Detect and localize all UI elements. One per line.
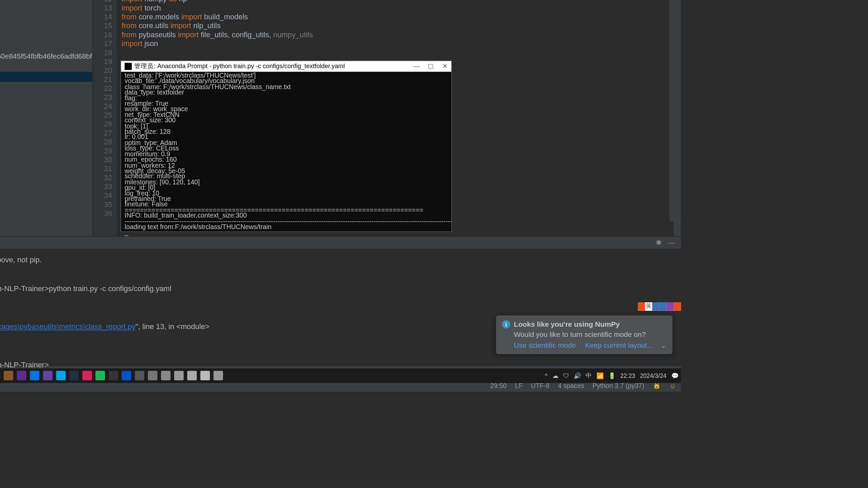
tree-item[interactable]: config_textfolder.yaml — [0, 92, 93, 102]
cmd-output[interactable]: test_data: ['F:/work/strclass/THUCNews/t… — [121, 72, 451, 237]
tree-item[interactable]: events.out.tfevents.1672027642.plx-032f6… — [0, 52, 93, 62]
indent[interactable]: 4 spaces — [558, 382, 584, 389]
taskbar-app-icon[interactable] — [108, 371, 118, 380]
keep-layout-link[interactable]: Keep current layout... — [585, 341, 653, 349]
tree-item[interactable]: 0.8.1 — [0, 143, 93, 153]
taskbar-app-icon[interactable] — [187, 371, 197, 380]
taskbar-app-icon[interactable] — [174, 371, 184, 380]
terminal-settings-icon[interactable]: ✱ — [656, 239, 662, 247]
cmd-maximize-icon[interactable]: ▢ — [428, 64, 434, 69]
taskbar-app-icon[interactable] — [214, 371, 223, 380]
system-tray[interactable]: ^☁🛡🔊中📶🔋 22:23 2024/3/24 💬 — [545, 371, 678, 380]
tree-item[interactable]: ▼work_space — [0, 1, 93, 11]
taskbar-app-icon[interactable] — [82, 371, 92, 380]
line-sep[interactable]: LF — [515, 382, 523, 389]
tree-item[interactable]: latest_model_159_0.8714.pth — [0, 82, 93, 92]
tree-item[interactable]: LICENCE — [0, 183, 93, 193]
scientific-mode-link[interactable]: Use scientific mode — [514, 341, 576, 349]
encoding[interactable]: UTF-8 — [531, 382, 550, 389]
tree-item[interactable]: 1.7.0 — [0, 153, 93, 163]
taskbar-app-icon[interactable] — [56, 371, 65, 380]
tree-item[interactable]: README.md — [0, 193, 93, 203]
tree-item[interactable]: ▼model — [0, 72, 93, 82]
right-tool-strip: Database — [669, 0, 681, 221]
inspect-icon[interactable]: ☺ — [669, 382, 676, 389]
taskbar-app-icon[interactable] — [43, 371, 53, 380]
traceback-link[interactable]: D:\anaconda\anzhuang\envs\py37\lib\site-… — [0, 323, 136, 331]
taskbar-app-icon[interactable] — [69, 371, 79, 380]
cmd-minimize-icon[interactable]: — — [413, 64, 419, 69]
ime-toolbar[interactable]: 英 — [638, 302, 681, 311]
anaconda-prompt-window[interactable]: 管理员: Anaconda Prompt - python train.py -… — [120, 60, 452, 232]
taskbar-app-icon[interactable] — [95, 371, 105, 380]
taskbar-app-icon[interactable] — [148, 371, 157, 380]
tree-item[interactable]: ▼TextCNN_CELoss_20221226114529 — [0, 11, 93, 21]
taskbar-app-icon[interactable] — [17, 371, 26, 380]
taskbar-app-icon[interactable] — [122, 371, 131, 380]
tree-item[interactable]: setup_config.yaml — [0, 102, 93, 112]
tree-item[interactable]: ▶TextCNN_CELoss_20240324214927 — [0, 122, 93, 133]
windows-taskbar: ⌕ 搜索 ^☁🛡🔊中📶🔋 22:23 2024/3/24 💬 — [0, 368, 681, 383]
notif-expand-icon[interactable]: ⌄ — [660, 341, 667, 349]
info-icon: i — [502, 320, 510, 329]
notif-title: Looks like you're using NumPy — [514, 320, 620, 329]
project-tree[interactable]: ▼PyTorch-NLP-TrainerF:\work\strclass\PyT… — [0, 0, 93, 236]
tree-item[interactable]: ▼log — [0, 21, 93, 31]
tree-item[interactable]: ▶TextCNN_CELoss_20240324215005 — [0, 133, 93, 143]
interpreter[interactable]: Python 3.7 (py37) — [593, 382, 645, 389]
tree-item[interactable]: classifier.sh — [0, 173, 93, 183]
tree-item[interactable]: ▶test-accuracy — [0, 31, 93, 41]
taskbar-app-icon[interactable] — [30, 371, 39, 380]
tree-item[interactable]: classifier.py — [0, 163, 93, 173]
terminal-hide-icon[interactable]: — — [668, 239, 675, 247]
terminal-header: Terminal: Local (8)✕ Local✕ Local (2)✕ +… — [0, 236, 681, 249]
numpy-notification: iLooks like you're using NumPy Would you… — [496, 316, 672, 354]
project-panel: ▤ Project ▾ ⊕ ⇵ ✱ — ▼PyTorch-NLP-Trainer… — [0, 0, 93, 236]
tree-item[interactable]: ▶train-accuracy — [0, 41, 93, 52]
cmd-titlebar[interactable]: 管理员: Anaconda Prompt - python train.py -… — [121, 61, 451, 72]
taskbar-app-icon[interactable] — [4, 371, 13, 380]
taskbar-app-icon[interactable] — [200, 371, 210, 380]
taskbar-app-icon[interactable] — [135, 371, 144, 380]
caret-position[interactable]: 29:50 — [490, 382, 507, 389]
tree-item[interactable]: requirements.txt — [0, 203, 93, 214]
tree-item[interactable]: train.log — [0, 62, 93, 72]
cmd-icon — [125, 63, 132, 70]
cmd-close-icon[interactable]: ✕ — [442, 64, 448, 69]
tree-item[interactable]: train.py — [0, 214, 93, 224]
notif-body: Would you like to turn scientific mode o… — [514, 330, 667, 339]
taskbar-app-icon[interactable] — [161, 371, 171, 380]
taskbar-apps — [0, 371, 223, 380]
line-gutter: 8910111213141516171819202122232425262728… — [93, 0, 117, 236]
tree-item[interactable]: vocabulary.json — [0, 112, 93, 122]
